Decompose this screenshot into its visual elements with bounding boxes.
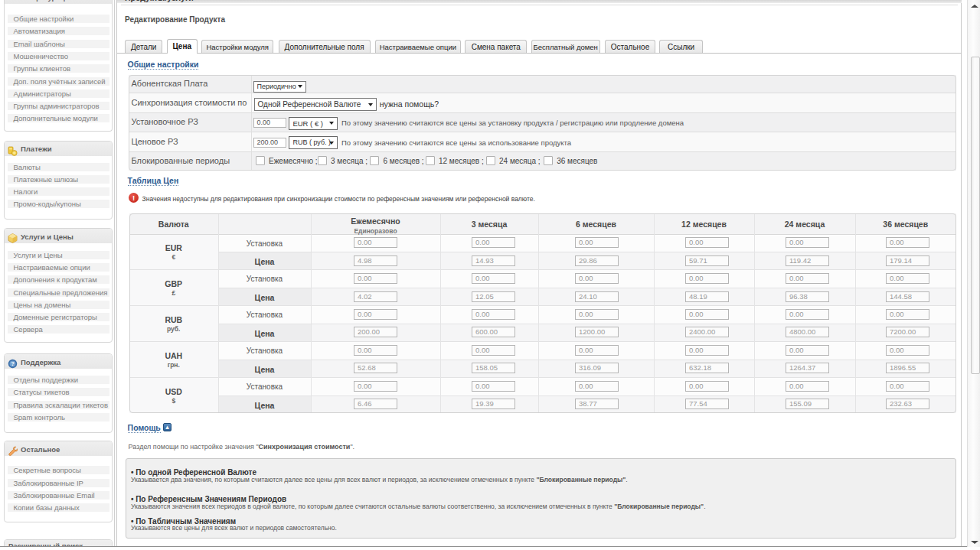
- svg-text:?: ?: [11, 360, 15, 367]
